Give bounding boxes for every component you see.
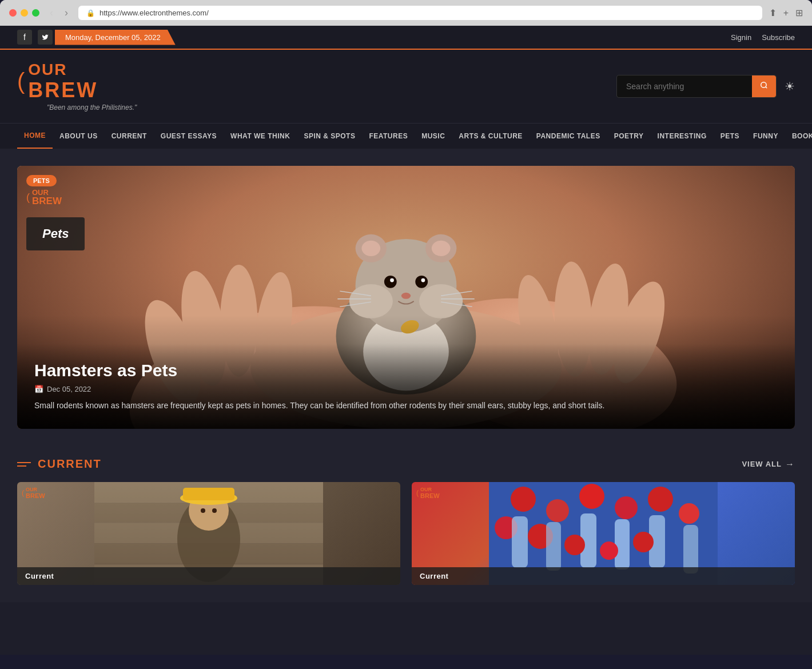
section-lines-icon — [17, 462, 31, 467]
card-logo-our-1: OUR — [26, 487, 45, 492]
logo-words: OUR BREW — [28, 61, 98, 101]
top-bar-right: Signin Subscribe — [731, 33, 795, 42]
section-title-area: CURRENT — [17, 457, 102, 471]
nav-item-arts-culture[interactable]: ARTS & CULTURE — [452, 124, 529, 148]
hero-logo-text: OUR BREW — [32, 189, 62, 206]
hero-date: 📅 Dec 05, 2022 — [34, 385, 778, 393]
grid-button[interactable]: ⊞ — [795, 7, 803, 18]
new-tab-button[interactable]: + — [783, 8, 789, 18]
section-line-short — [17, 465, 26, 467]
svg-rect-46 — [183, 488, 234, 500]
card-logo-our-2: OUR — [420, 487, 440, 492]
browser-window: ‹ › 🔒 https://www.electronthemes.com/ ⬆ … — [0, 0, 812, 26]
hero-image: Pets ( OUR BREW Pets Hamsters as Pets 📅 — [17, 166, 795, 429]
browser-nav: ‹ › — [46, 6, 71, 20]
facebook-icon[interactable]: f — [17, 30, 32, 45]
svg-rect-61 — [615, 519, 630, 570]
hero-excerpt: Small rodents known as hamsters are freq… — [34, 399, 778, 412]
section-title-current: CURRENT — [38, 457, 102, 471]
main-content: Pets ( OUR BREW Pets Hamsters as Pets 📅 — [0, 149, 812, 602]
svg-point-54 — [648, 487, 673, 512]
nav-item-poetry[interactable]: POETRY — [607, 124, 651, 148]
nav-item-books[interactable]: BOOKS — [785, 124, 812, 148]
search-button[interactable] — [752, 75, 776, 97]
header: ( OUR BREW "Been among the Philistines."… — [0, 50, 812, 123]
nav-item-music[interactable]: MUSIC — [415, 124, 452, 148]
top-bar: f Monday, December 05, 2022 Signin Subsc… — [0, 26, 812, 50]
logo[interactable]: ( OUR BREW — [17, 61, 98, 101]
browser-titlebar: ‹ › 🔒 https://www.electronthemes.com/ ⬆ … — [0, 0, 812, 26]
hero-category-badge: Pets — [26, 175, 57, 186]
article-card-1[interactable]: ( OUR BREW Current — [17, 482, 400, 585]
svg-point-65 — [600, 541, 618, 560]
hero-logo-brew: BREW — [32, 196, 62, 206]
svg-point-50 — [511, 487, 536, 512]
hero-logo-icon: ( — [26, 192, 30, 204]
hero-logo-overlay: ( OUR BREW — [26, 189, 62, 206]
svg-point-66 — [633, 532, 654, 552]
hero-article[interactable]: Pets ( OUR BREW Pets Hamsters as Pets 📅 — [17, 166, 795, 429]
section-line-long — [17, 462, 31, 463]
logo-area: ( OUR BREW "Been among the Philistines." — [17, 61, 137, 112]
hero-overlay: Hamsters as Pets 📅 Dec 05, 2022 Small ro… — [17, 344, 795, 429]
view-all-label: VIEW ALL — [742, 460, 782, 468]
view-all-arrow-icon: → — [785, 459, 795, 469]
nav-item-current[interactable]: CURRENT — [105, 124, 154, 148]
nav-item-features[interactable]: FEATURES — [362, 124, 415, 148]
search-input[interactable] — [626, 82, 741, 91]
card-logo-icon-1: ( — [22, 489, 24, 497]
minimize-dot[interactable] — [21, 9, 28, 17]
card-logo-overlay-1: ( OUR BREW — [22, 487, 45, 499]
logo-bracket-icon: ( — [17, 70, 25, 93]
url-text: https://www.electronthemes.com/ — [99, 9, 209, 17]
nav-item-what-we-think[interactable]: WHAT WE THINK — [224, 124, 297, 148]
theme-toggle-button[interactable]: ☀ — [785, 79, 795, 93]
article-card-2[interactable]: ( OUR BREW Current — [412, 482, 795, 585]
nav-item-about-us[interactable]: ABOUT US — [53, 124, 105, 148]
subscribe-link[interactable]: Subscribe — [762, 33, 795, 42]
maximize-dot[interactable] — [32, 9, 39, 17]
card-logo-text-2: OUR BREW — [420, 487, 440, 499]
browser-dots — [9, 9, 39, 17]
back-button[interactable]: ‹ — [46, 6, 57, 20]
signin-link[interactable]: Signin — [731, 33, 751, 42]
nav-item-home[interactable]: HOME — [17, 124, 53, 149]
nav-item-pandemic-tales[interactable]: PANDEMIC TALES — [530, 124, 607, 148]
svg-point-52 — [579, 484, 604, 509]
website-content: f Monday, December 05, 2022 Signin Subsc… — [0, 26, 812, 655]
svg-point-64 — [564, 535, 585, 555]
logo-our: OUR — [28, 61, 98, 79]
twitter-icon[interactable] — [38, 30, 53, 45]
card-category-2: Current — [412, 567, 795, 585]
svg-point-51 — [546, 499, 569, 522]
date-badge: Monday, December 05, 2022 — [55, 30, 176, 45]
card-logo-overlay-2: ( OUR BREW — [416, 487, 440, 499]
nav-item-pets[interactable]: PETS — [714, 124, 746, 148]
nav-item-interesting[interactable]: INTERESTING — [651, 124, 714, 148]
view-all-button[interactable]: VIEW ALL → — [742, 459, 795, 469]
card-logo-text-1: OUR BREW — [26, 487, 45, 499]
svg-point-48 — [212, 508, 217, 513]
search-box — [616, 75, 777, 98]
nav-item-funny[interactable]: FUNNY — [746, 124, 785, 148]
hero-caption-box: Pets — [26, 217, 85, 250]
forward-button[interactable]: › — [61, 6, 71, 20]
share-button[interactable]: ⬆ — [769, 7, 777, 18]
close-dot[interactable] — [9, 9, 17, 17]
svg-point-55 — [679, 503, 699, 524]
section-header-current: CURRENT VIEW ALL → — [17, 452, 795, 471]
logo-tagline: "Been among the Philistines." — [47, 103, 137, 112]
svg-point-0 — [761, 82, 766, 87]
card-logo-brew-1: BREW — [26, 492, 45, 499]
svg-rect-58 — [512, 516, 528, 568]
nav-item-spin-spots[interactable]: SPIN & SPOTS — [297, 124, 362, 148]
card-logo-icon-2: ( — [416, 489, 419, 497]
logo-brew: BREW — [28, 79, 98, 102]
svg-point-53 — [615, 496, 638, 519]
svg-point-47 — [201, 508, 205, 513]
address-bar[interactable]: 🔒 https://www.electronthemes.com/ — [78, 6, 762, 20]
hero-date-text: Dec 05, 2022 — [47, 385, 91, 393]
hero-title: Hamsters as Pets — [34, 361, 778, 380]
calendar-icon: 📅 — [34, 385, 43, 393]
nav-item-guest-essays[interactable]: GUEST ESSAYS — [154, 124, 224, 148]
